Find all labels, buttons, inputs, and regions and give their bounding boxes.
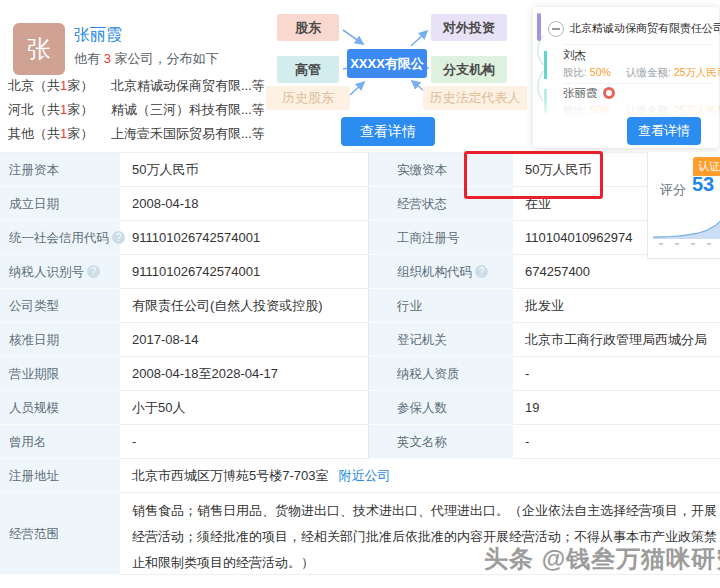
region-pre: 北京（共: [8, 78, 60, 93]
region-label: 其他（共1家）: [8, 125, 107, 143]
field-label: 登记机关: [368, 323, 513, 357]
graph-node-investment[interactable]: 对外投资: [431, 14, 507, 41]
person-name-link[interactable]: 张丽霞: [74, 25, 122, 46]
verified-red-icon: [603, 87, 615, 99]
company-name: 上海壹禾国际贸易有限...等: [111, 126, 265, 141]
ratio-value: 50%: [590, 66, 611, 78]
distribution-row: 河北（共1家）精诚（三河）科技有限...等: [8, 101, 265, 119]
field-value: 674257400: [513, 255, 720, 289]
summary-pre: 他有: [74, 51, 104, 66]
field-label: 核准日期: [0, 323, 120, 357]
score-distribution-chart: [653, 197, 720, 251]
distribution-row: 其他（共1家）上海壹禾国际贸易有限...等: [8, 125, 265, 143]
field-value: 911101026742574001: [120, 255, 368, 289]
field-value: -: [513, 357, 720, 391]
distribution-row: 北京（共1家）北京精诚动保商贸有限...等: [8, 77, 265, 95]
watermark: 头条 @钱叁万猫咪研究室: [484, 543, 720, 575]
region-post: 家）: [67, 102, 93, 117]
field-value: 2017-08-14: [120, 323, 368, 357]
field-label: 工商注册号: [368, 221, 513, 255]
region-label: 北京（共1家）: [8, 77, 107, 95]
amount-label: 认缴金额:: [626, 66, 671, 78]
field-label: 组织机构代码?: [368, 255, 513, 289]
field-label: 成立日期: [0, 187, 120, 221]
company-name: 北京精诚动保商贸有限...等: [111, 78, 265, 93]
page: 张 张丽霞 他有 3 家公司，分布如下 北京（共1家）北京精诚动保商贸有限...…: [0, 0, 720, 588]
field-value: 50万人民币: [120, 153, 368, 187]
field-value: 19: [513, 391, 720, 425]
field-value: 911101026742574001: [120, 221, 368, 255]
tree-view-detail-button[interactable]: 查看详情: [627, 117, 701, 145]
graph-node-history-shareholder[interactable]: 历史股东: [266, 86, 350, 110]
help-icon[interactable]: ?: [475, 265, 488, 278]
company-count: 3: [104, 51, 111, 66]
region-label: 河北（共1家）: [8, 101, 107, 119]
graph-node-history-legal[interactable]: 历史法定代表人: [423, 86, 527, 110]
shareholder-detail: 股比: 50% 认缴金额: 25万人民币: [563, 66, 720, 80]
field-value: 批发业: [513, 289, 720, 323]
graph-node-branch[interactable]: 分支机构: [431, 56, 507, 83]
field-value: 有限责任公司(自然人投资或控股): [120, 289, 368, 323]
avatar: 张: [13, 23, 65, 75]
field-label: 统一社会信用代码?: [0, 221, 120, 255]
region-pre: 其他（共: [8, 126, 60, 141]
relation-graph-card: 股东 高管 历史股东 XXXX有限公司 对外投资 分支机构 历史法定代表人 查看…: [253, 0, 533, 152]
address-value: 北京市西城区万博苑5号楼7-703室附近公司: [120, 459, 720, 493]
field-label: 纳税人识别号?: [0, 255, 120, 289]
field-label: 参保人数: [368, 391, 513, 425]
field-label: 公司类型: [0, 289, 120, 323]
summary-post: 家公司，分布如下: [111, 51, 219, 66]
amount-value: 25万人民币: [674, 66, 720, 78]
nearby-companies-link[interactable]: 附近公司: [338, 468, 390, 483]
score-panel: 认证后 评分 53 +: [647, 152, 720, 259]
field-label: 人员规模: [0, 391, 120, 425]
field-value: 2008-04-18至2028-04-17: [120, 357, 368, 391]
region-post: 家）: [67, 126, 93, 141]
field-value: 2008-04-18: [120, 187, 368, 221]
tree-company-name[interactable]: 北京精诚动保商贸有限责任公司: [570, 21, 720, 36]
shareholder-tree-card: 北京精诚动保商贸有限责任公司 刘杰 股比: 50% 认缴金额: 25万人民币 张…: [533, 7, 719, 148]
field-label: 注册地址: [0, 459, 120, 493]
score-value: 53: [692, 173, 714, 196]
graph-node-shareholder[interactable]: 股东: [277, 14, 339, 41]
graph-node-executive[interactable]: 高管: [277, 56, 339, 83]
company-name: 精诚（三河）科技有限...等: [111, 102, 265, 117]
help-icon[interactable]: ?: [87, 265, 100, 278]
field-value: -: [120, 425, 368, 459]
field-label: 英文名称: [368, 425, 513, 459]
field-label: 注册资本: [0, 153, 120, 187]
company-info-table: 注册资本 50万人民币 实缴资本 50万人民币 成立日期 2008-04-18 …: [0, 152, 720, 575]
field-label: 营业期限: [0, 357, 120, 391]
region-pre: 河北（共: [8, 102, 60, 117]
highlight-red-box: [464, 151, 603, 199]
graph-node-company-center[interactable]: XXXX有限公司: [347, 49, 427, 78]
field-value: -: [513, 425, 720, 459]
collapse-icon[interactable]: [548, 21, 564, 37]
field-label: 曾用名: [0, 425, 120, 459]
divider: [563, 44, 713, 45]
shareholder-name[interactable]: 刘杰: [563, 48, 586, 63]
field-label-text: 组织机构代码: [397, 265, 472, 279]
address-text: 北京市西城区万博苑5号楼7-703室: [132, 468, 328, 483]
shareholder-name-text: 张丽霞: [563, 87, 598, 99]
region-post: 家）: [67, 78, 93, 93]
person-summary: 他有 3 家公司，分布如下: [74, 50, 218, 68]
field-label: 纳税人资质: [368, 357, 513, 391]
shareholder-accent-bar: [544, 51, 547, 79]
field-value: 北京市工商行政管理局西城分局: [513, 323, 720, 357]
graph-view-detail-button[interactable]: 查看详情: [341, 117, 435, 146]
field-label: 经营范围: [0, 493, 120, 575]
tree-root-accent-bar: [537, 13, 541, 41]
field-label-text: 统一社会信用代码: [9, 231, 109, 245]
field-value: 小于50人: [120, 391, 368, 425]
divider: [563, 83, 713, 84]
field-label-text: 纳税人识别号: [9, 265, 84, 279]
ratio-label: 股比:: [563, 66, 587, 78]
field-label: 行业: [368, 289, 513, 323]
